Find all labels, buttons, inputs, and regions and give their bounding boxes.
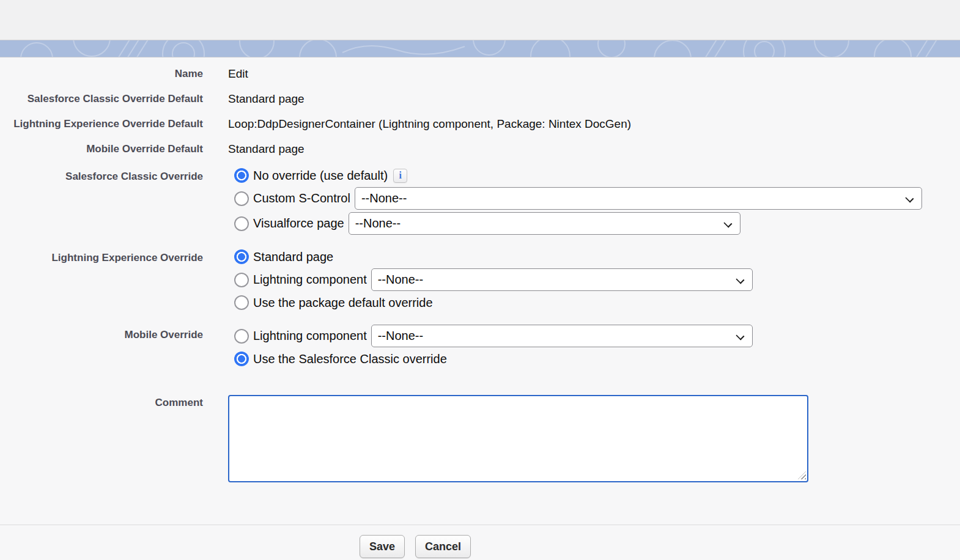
classic-default-value: Standard page bbox=[228, 91, 960, 106]
lex-lightning-component-select-value: --None-- bbox=[378, 273, 423, 287]
comment-field-wrapper bbox=[228, 395, 808, 482]
lex-default-value: Loop:DdpDesignerContainer (Lightning com… bbox=[228, 116, 960, 131]
decorative-blue-banner bbox=[0, 40, 960, 57]
radio-option-use-classic-override: Use the Salesforce Classic override bbox=[234, 350, 960, 368]
cancel-button[interactable]: Cancel bbox=[415, 535, 471, 558]
custom-scontrol-select[interactable]: --None-- bbox=[355, 187, 922, 210]
mobile-lightning-component-select-value: --None-- bbox=[378, 329, 423, 343]
mobile-override-label: Mobile Override bbox=[0, 325, 203, 370]
mobile-override-row: Mobile Override Lightning component --No… bbox=[0, 325, 960, 370]
radio-option-mobile-lightning-component: Lightning component --None-- bbox=[234, 325, 960, 347]
chevron-down-icon bbox=[736, 275, 744, 284]
lex-lightning-component-radio[interactable] bbox=[234, 273, 249, 287]
classic-default-row: Salesforce Classic Override Default Stan… bbox=[0, 91, 960, 106]
lex-default-row: Lightning Experience Override Default Lo… bbox=[0, 116, 960, 131]
chevron-down-icon bbox=[905, 194, 914, 202]
lex-lightning-component-select[interactable]: --None-- bbox=[371, 268, 753, 291]
lex-override-row: Lightning Experience Override Standard p… bbox=[0, 248, 960, 314]
radio-option-custom-scontrol: Custom S-Control --None-- bbox=[234, 187, 960, 210]
mobile-lightning-component-select[interactable]: --None-- bbox=[371, 325, 753, 347]
mobile-override-radio-group: Lightning component --None-- Use the Sal… bbox=[234, 325, 960, 370]
visualforce-select-value: --None-- bbox=[355, 216, 401, 230]
classic-default-label: Salesforce Classic Override Default bbox=[0, 91, 203, 106]
custom-scontrol-label: Custom S-Control bbox=[253, 191, 350, 205]
classic-override-label: Salesforce Classic Override bbox=[0, 166, 203, 237]
mobile-default-value: Standard page bbox=[228, 141, 960, 156]
visualforce-select[interactable]: --None-- bbox=[349, 212, 740, 235]
mobile-lightning-component-radio[interactable] bbox=[234, 329, 249, 344]
classic-override-radio-group: No override (use default) i Custom S-Con… bbox=[234, 166, 960, 237]
no-override-radio[interactable] bbox=[234, 168, 249, 183]
no-override-label: No override (use default) bbox=[253, 169, 388, 183]
visualforce-label: Visualforce page bbox=[253, 216, 344, 230]
package-default-radio[interactable] bbox=[234, 295, 249, 310]
radio-option-lex-lightning-component: Lightning component --None-- bbox=[234, 268, 960, 291]
classic-override-row: Salesforce Classic Override No override … bbox=[0, 166, 960, 237]
custom-scontrol-radio[interactable] bbox=[234, 191, 249, 206]
custom-scontrol-select-value: --None-- bbox=[361, 191, 407, 205]
save-button[interactable]: Save bbox=[360, 535, 405, 558]
lex-lightning-component-label: Lightning component bbox=[253, 273, 367, 287]
info-icon[interactable]: i bbox=[393, 169, 407, 183]
use-classic-override-radio[interactable] bbox=[234, 352, 249, 366]
comment-textarea[interactable] bbox=[228, 395, 808, 482]
comment-label: Comment bbox=[0, 395, 203, 482]
visualforce-radio[interactable] bbox=[234, 216, 249, 231]
mobile-default-label: Mobile Override Default bbox=[0, 141, 203, 156]
lex-override-label: Lightning Experience Override bbox=[0, 248, 203, 314]
top-header-strip bbox=[0, 0, 960, 40]
footer-button-bar: Save Cancel bbox=[0, 525, 895, 558]
override-form: Name Edit Salesforce Classic Override De… bbox=[0, 57, 960, 482]
lex-default-label: Lightning Experience Override Default bbox=[0, 116, 203, 131]
use-classic-override-label: Use the Salesforce Classic override bbox=[253, 352, 447, 366]
mobile-lightning-component-label: Lightning component bbox=[253, 329, 367, 343]
banner-swirl-pattern bbox=[0, 40, 960, 57]
lex-override-radio-group: Standard page Lightning component --None… bbox=[234, 248, 960, 314]
footer: Save Cancel bbox=[0, 525, 960, 558]
radio-option-standard-page: Standard page bbox=[234, 248, 960, 266]
name-label: Name bbox=[0, 66, 203, 81]
name-row: Name Edit bbox=[0, 66, 960, 81]
comment-row: Comment bbox=[0, 395, 960, 482]
mobile-default-row: Mobile Override Default Standard page bbox=[0, 141, 960, 156]
radio-option-visualforce: Visualforce page --None-- bbox=[234, 212, 960, 235]
override-properties-page: Name Edit Salesforce Classic Override De… bbox=[0, 0, 960, 560]
standard-page-radio[interactable] bbox=[234, 249, 249, 264]
chevron-down-icon bbox=[723, 219, 732, 227]
radio-option-package-default: Use the package default override bbox=[234, 293, 960, 312]
chevron-down-icon bbox=[736, 331, 744, 340]
name-value: Edit bbox=[228, 66, 960, 81]
package-default-label: Use the package default override bbox=[253, 296, 433, 310]
standard-page-label: Standard page bbox=[253, 250, 333, 264]
radio-option-no-override: No override (use default) i bbox=[234, 166, 960, 185]
